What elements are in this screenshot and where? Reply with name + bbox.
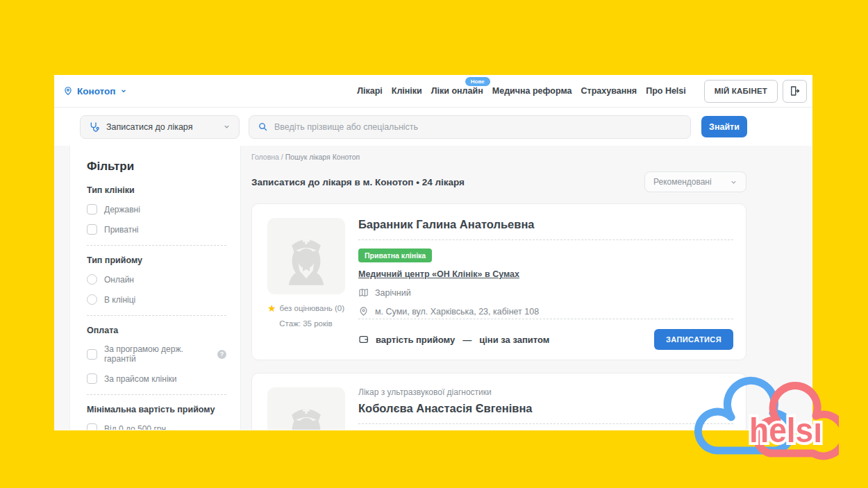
dashed-divider: [87, 315, 226, 316]
dashed-divider: [358, 423, 733, 424]
doctor-avatar[interactable]: [267, 387, 345, 430]
search-input[interactable]: [274, 122, 682, 132]
rating-text: без оцінювань (0): [280, 304, 345, 312]
filters-title: Фільтри: [87, 160, 226, 174]
wallet-icon: [358, 334, 369, 345]
chevron-down-icon: [730, 178, 737, 186]
address-text: м. Суми, вул. Харківська, 23, кабінет 10…: [375, 307, 539, 317]
book-appointment-button[interactable]: ЗАПИСАТИСЯ: [654, 329, 733, 350]
filter-group-payment: Оплата За програмою держ. гарантій ? За …: [87, 326, 226, 384]
star-icon: ★: [267, 303, 276, 313]
doctor-placeholder-image: [267, 218, 345, 294]
address-row: м. Суми, вул. Харківська, 23, кабінет 10…: [358, 306, 733, 317]
sort-select[interactable]: Рекомендовані: [644, 171, 746, 192]
filter-group-visit-type: Тип прийому Онлайн В клініці: [87, 255, 226, 305]
filter-option-private-clinics[interactable]: Приватні: [87, 224, 226, 235]
doctor-name[interactable]: Коболєва Анастасія Євгенівна: [358, 402, 733, 415]
doctor-name[interactable]: Баранник Галина Анатольевна: [358, 218, 733, 231]
dashed-divider: [87, 245, 226, 246]
nav-item-about[interactable]: Про Helsi: [646, 86, 686, 96]
doctor-card-body: Лікар з ультразвукової діагностики Кобол…: [349, 387, 733, 430]
sort-value: Рекомендовані: [653, 177, 712, 187]
checkbox[interactable]: [87, 224, 97, 235]
doctor-avatar[interactable]: [267, 218, 345, 294]
price-value: ціни за запитом: [479, 335, 549, 345]
nav-item-clinics[interactable]: Клініки: [392, 86, 422, 96]
nav-item-insurance[interactable]: Страхування: [581, 86, 637, 96]
radio[interactable]: [87, 294, 97, 305]
results-area: Головна / Пошук лікаря Конотоп Записатис…: [241, 146, 812, 430]
dashed-divider: [358, 319, 733, 319]
my-cabinet-button[interactable]: МІЙ КАБІНЕТ: [704, 80, 778, 103]
pin-icon: [358, 306, 369, 317]
rating-line: ★ без оцінювань (0): [267, 303, 344, 313]
nav-item-doctors[interactable]: Лікарі: [357, 86, 383, 96]
new-badge: Нове: [465, 77, 490, 86]
filter-option-state-program[interactable]: За програмою держ. гарантій ?: [87, 344, 226, 364]
search-category-select[interactable]: Записатися до лікаря: [80, 115, 240, 139]
dashed-divider: [358, 239, 733, 240]
top-header: Конотоп Лікарі Клініки Ліки онлайн Нове …: [54, 75, 812, 108]
checkbox[interactable]: [87, 423, 97, 430]
filter-group-title: Оплата: [87, 326, 226, 335]
filter-group-title: Мінімальна вартість прийому: [87, 405, 226, 414]
clinic-type-badge: Приватна клініка: [358, 249, 432, 262]
filter-option-0-500[interactable]: Від 0 до 500 грн: [87, 423, 226, 430]
checkbox[interactable]: [87, 349, 97, 360]
logout-button[interactable]: [783, 80, 807, 103]
breadcrumb-separator: /: [281, 153, 283, 161]
breadcrumb-current: Пошук лікаря Конотоп: [285, 153, 360, 161]
checkbox[interactable]: [87, 204, 97, 214]
checkbox[interactable]: [87, 373, 97, 384]
stethoscope-icon: [89, 121, 100, 133]
doctor-card: ★ без оцінювань (0) Стаж: 35 років Баран…: [251, 203, 746, 360]
filter-option-online[interactable]: Онлайн: [87, 274, 226, 285]
filter-option-state-clinics[interactable]: Державні: [87, 204, 226, 214]
doctor-specialty: Лікар з ультразвукової діагностики: [358, 387, 733, 397]
filters-sidebar: Фільтри Тип клініки Державні Приватні Ти…: [69, 146, 241, 430]
district-text: Зарічний: [375, 288, 411, 298]
chevron-down-icon: [223, 123, 231, 131]
filter-option-in-clinic[interactable]: В клініці: [87, 294, 226, 305]
search-field-wrap: [249, 115, 691, 139]
location-pin-icon: [63, 86, 73, 96]
map-icon: [358, 287, 369, 298]
info-icon[interactable]: ?: [217, 350, 226, 359]
breadcrumb-home[interactable]: Головна: [251, 153, 279, 161]
filter-group-title: Тип клініки: [87, 185, 226, 195]
search-submit-button[interactable]: Знайти: [701, 116, 747, 137]
search-icon: [258, 121, 268, 132]
price-separator: —: [462, 335, 471, 345]
price-label: вартість прийому: [376, 335, 455, 345]
filter-group-min-price: Мінімальна вартість прийому Від 0 до 500…: [87, 405, 226, 430]
logout-icon: [789, 85, 801, 97]
filter-option-clinic-price[interactable]: За прайсом клініки: [87, 373, 226, 384]
location-selector[interactable]: Конотоп: [63, 86, 127, 96]
doctor-card: Лікар з ультразвукової діагностики Кобол…: [251, 373, 746, 430]
clinic-link[interactable]: Медичний центр «ОН Клінік» в Сумах: [358, 269, 519, 279]
radio[interactable]: [87, 274, 97, 285]
search-bar: Записатися до лікаря Знайти: [54, 108, 812, 146]
location-label: Конотоп: [77, 86, 115, 96]
results-header: Записатися до лікаря в м. Конотоп • 24 л…: [251, 171, 746, 192]
experience-text: Стаж: 35 років: [279, 319, 332, 328]
nav-item-meds-online[interactable]: Ліки онлайн Нове: [431, 86, 483, 96]
doctor-card-body: Баранник Галина Анатольевна Приватна клі…: [349, 218, 733, 350]
page-title: Записатися до лікаря в м. Конотоп • 24 л…: [251, 177, 465, 187]
doctor-card-left: [262, 387, 349, 430]
filter-group-clinic-type: Тип клініки Державні Приватні: [87, 185, 226, 235]
card-footer: вартість прийому — ціни за запитом ЗАПИС…: [358, 329, 733, 350]
price-line: вартість прийому — ціни за запитом: [358, 334, 549, 345]
helsi-page: Конотоп Лікарі Клініки Ліки онлайн Нове …: [54, 75, 812, 430]
content-area: Фільтри Тип клініки Державні Приватні Ти…: [54, 146, 812, 430]
dashed-divider: [87, 394, 226, 395]
doctor-placeholder-image: [267, 387, 345, 430]
chevron-down-icon: [120, 87, 127, 94]
search-category-label: Записатися до лікаря: [106, 122, 192, 132]
main-nav: Лікарі Клініки Ліки онлайн Нове Медична …: [357, 86, 686, 96]
doctor-card-left: ★ без оцінювань (0) Стаж: 35 років: [262, 218, 349, 350]
nav-item-medical-reform[interactable]: Медична реформа: [492, 86, 572, 96]
filter-group-title: Тип прийому: [87, 255, 226, 265]
district-row: Зарічний: [358, 287, 733, 298]
breadcrumb: Головна / Пошук лікаря Конотоп: [251, 153, 812, 161]
